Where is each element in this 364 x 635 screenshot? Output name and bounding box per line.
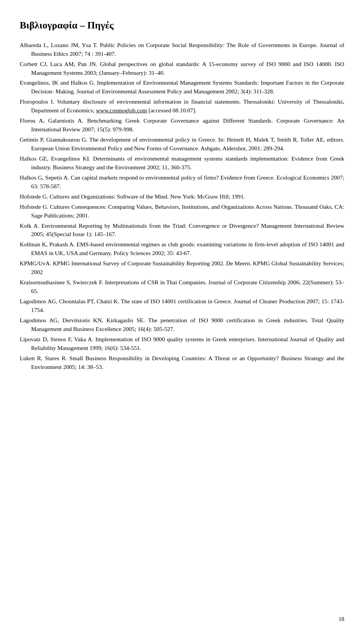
list-item: KPMG/UvA. KPMG International Survey of C…	[20, 259, 344, 277]
list-item: Halkos GE, Evangelinos KI. Determinants …	[20, 154, 344, 172]
list-item: Lipovatz D, Stenos F, Vaka A. Implementa…	[20, 335, 344, 353]
list-item: Hofstede G. Cultures Consequences: Compa…	[20, 203, 344, 220]
list-item: Getimis P, Giannakourou G. The developme…	[20, 136, 344, 153]
list-item: Florou A, Galarniotis A. Benchmarking Gr…	[20, 117, 344, 134]
list-item: Lagodimos AG, Dervitsiotis KN, Kirkagasl…	[20, 316, 344, 334]
list-item: Evangelinos, IK and Halkos G. Implementa…	[20, 79, 344, 96]
list-item: Halkos G, Sepetis A. Can capital markets…	[20, 173, 344, 191]
list-item: Lagodimos AG, Chountalas PT, Chatzi K. T…	[20, 297, 344, 315]
list-item: Corbett CJ, Luca AM, Pan JN. Global pers…	[20, 60, 344, 77]
page-number: 18	[339, 615, 344, 624]
bibliography-block: Albareda L, Lozano JM, Ysa T. Public Pol…	[20, 41, 344, 372]
list-item: Kolk A. Environmental Reporting by Multi…	[20, 222, 344, 239]
cosmoglob-link[interactable]: www.cosmoglob.com	[96, 107, 147, 113]
list-item: Hofstede G. Cultures and Organizations: …	[20, 192, 344, 201]
page: Βιβλιογραφία – Πηγές Albareda L, Lozano …	[0, 0, 364, 635]
list-item: Luken R, Stares R. Small Business Respon…	[20, 354, 344, 372]
list-item: Kraisornsuthasinee S, Swierczek F. Inter…	[20, 278, 344, 296]
list-item: Kollman K, Prakash A. EMS-based environm…	[20, 240, 344, 258]
list-item: Floropoulos I. Voluntary disclosure of e…	[20, 98, 344, 115]
list-item: Albareda L, Lozano JM, Ysa T. Public Pol…	[20, 41, 344, 58]
page-title: Βιβλιογραφία – Πηγές	[20, 18, 344, 33]
